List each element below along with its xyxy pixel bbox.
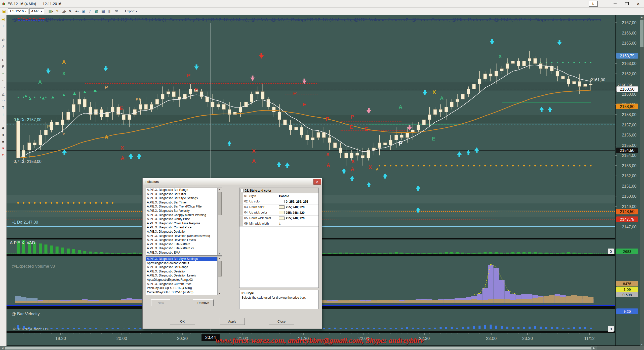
property-grid[interactable]: − 02. Style and color 01. StyleCandle02.… — [239, 188, 319, 288]
dialog-titlebar[interactable]: Indicators × — [143, 178, 322, 185]
property-value[interactable]: 255; 248; 220 — [278, 204, 318, 210]
applied-indicators-list[interactable]: A.P.E.X. Diagnostic Bar Style SettingsAp… — [146, 257, 222, 295]
applied-indicator-item[interactable]: ApexDiagnosticToolbarShortcut — [146, 261, 222, 265]
indicators-icon[interactable]: ƒ — [87, 8, 93, 14]
collapse-icon[interactable]: − — [240, 189, 244, 192]
scroll-up-icon[interactable]: ▲ — [218, 257, 222, 259]
export-menu[interactable]: Export ▾ — [123, 9, 139, 13]
list-scrollbar[interactable]: ▲▼ — [217, 257, 222, 295]
pointer-tool-icon[interactable]: ▣ — [1, 16, 6, 22]
extension-tool-icon[interactable]: E — [1, 63, 6, 70]
text-tool-icon[interactable]: T — [1, 104, 6, 111]
applied-indicator-item[interactable]: A.P.E.X. Diagnostic Bar Style Settings — [146, 257, 222, 261]
property-value[interactable]: Candle — [278, 193, 318, 199]
applied-indicator-item[interactable]: A.P.E.X. Diagnostic Deviation — [146, 269, 222, 274]
ellipse-tool-icon[interactable]: ○ — [1, 77, 6, 84]
grid-icon[interactable]: ▦ — [100, 8, 106, 14]
applied-indicator-item[interactable]: A.P.E.X. Diagnostic Bar Range — [146, 265, 222, 269]
property-row[interactable]: 02. Up color0; 255; 255; 255 — [239, 199, 318, 204]
property-value[interactable]: 0; 255; 255; 255 — [278, 199, 318, 204]
scroll-up-icon[interactable]: ▲ — [640, 15, 644, 19]
property-category[interactable]: − 02. Style and color — [239, 188, 318, 193]
down-arrow-tool-icon[interactable]: ↓ — [1, 118, 6, 124]
list-scrollbar[interactable]: ▲▼ — [217, 188, 222, 255]
trend-line-tool-icon[interactable]: ↗ — [1, 43, 6, 50]
indicator-list-item[interactable]: A.P.E.X. Diagnostic EMA — [146, 251, 222, 255]
scroll-down-icon[interactable]: ▼ — [640, 343, 644, 346]
pencil-tool-icon[interactable]: ✎ — [54, 8, 60, 14]
square-tool-icon[interactable]: ■ — [1, 138, 6, 145]
scroll-thumb[interactable] — [218, 261, 222, 276]
applied-indicator-item[interactable]: PriorDayOHLC(ES 12-16 (4 Min)) — [146, 286, 222, 290]
instrument-selector[interactable]: ES 12-16 ▾ — [8, 8, 28, 14]
crosshair-tool-icon[interactable]: + — [1, 22, 6, 29]
indicator-list-item[interactable]: A.P.E.X. Diagnostic Current Price — [146, 225, 222, 230]
zones-icon[interactable]: ▩ — [94, 8, 100, 14]
indicator-list-item[interactable]: A.P.E.X. Diagnostic Bar Style Settings — [146, 196, 222, 200]
indicator-list-item[interactable]: A.P.E.X. Diagnostic Elite Pattern v2 — [146, 246, 222, 251]
indicator-list-item[interactable]: A.P.E.X. Diagnostic Bar Velocity — [146, 209, 222, 213]
cursor-tool-icon[interactable]: ↖ — [67, 8, 73, 14]
remove-button[interactable]: Remove — [193, 299, 214, 306]
crosshair-tool-icon[interactable]: +▾ — [74, 8, 80, 14]
indicator-list-item[interactable]: A.P.E.X. Diagnostic Bar Range — [146, 188, 222, 192]
indicator-list-item[interactable]: A.P.E.X. Diagnostic Deviation — [146, 230, 222, 234]
minimize-button[interactable] — [609, 0, 621, 7]
levels-tool-icon[interactable]: ≡ — [1, 70, 6, 77]
property-row[interactable]: 01. StyleCandle — [239, 193, 318, 199]
remove-draw-tool-icon[interactable]: ⊘ — [1, 152, 6, 158]
indicator-list-item[interactable]: A.P.E.X. Diagnostic Bar Trend/Chop Filte… — [146, 204, 222, 209]
property-value[interactable]: 255; 248; 220 — [278, 210, 318, 215]
dialog-close-button[interactable]: × — [313, 179, 321, 185]
horizontal-scroll-thumb[interactable] — [5, 346, 591, 350]
restore-button[interactable] — [621, 0, 632, 7]
applied-indicator-item[interactable]: CurrentDayOHL(ES 12-16 (4 Min)) — [146, 290, 222, 295]
horizontal-line-tool-icon[interactable]: ─ — [1, 29, 6, 36]
triangle-tool-icon[interactable]: △ — [1, 90, 6, 97]
scroll-up-icon[interactable]: ▲ — [218, 188, 222, 190]
scroll-left-icon[interactable]: ◀ — [0, 346, 5, 350]
horizontal-scrollbar[interactable]: ◀ ▶ — [0, 346, 644, 350]
chart-canvas[interactable]: AXAPEPEPEPPEEAPEXAXAXAXAXAXAXP EAPPA.P.E… — [7, 15, 644, 350]
close-button[interactable]: × — [632, 0, 644, 7]
scroll-right-icon[interactable]: ▶ — [592, 346, 597, 350]
indicator-list-item[interactable]: A.P.E.X. Diagnostic Bar Sizer — [146, 192, 222, 196]
scroll-down-icon[interactable]: ▼ — [218, 253, 222, 255]
title-bar[interactable]: ES 12-16 (4 Min) 12.11.2016 L × — [0, 0, 644, 8]
panels-icon[interactable]: ◫ — [107, 8, 113, 14]
arc-tool-icon[interactable]: ◠ — [1, 97, 6, 104]
ok-button[interactable]: OK — [170, 318, 195, 325]
link-button[interactable]: L — [589, 1, 598, 7]
property-row[interactable]: 05. Down wick color255; 248; 220 — [239, 216, 318, 221]
close-button[interactable]: Close — [269, 318, 294, 325]
vertical-line-tool-icon[interactable]: │ — [1, 50, 6, 56]
property-row[interactable]: 03. Down color255; 248; 220 — [239, 204, 318, 210]
bar-type-icon[interactable]: ▥▾ — [48, 8, 54, 14]
applied-indicator-item[interactable]: ApexDiagnosticExpectedRange03 — [146, 278, 222, 282]
vertical-scroll-thumb[interactable] — [640, 20, 643, 47]
apply-button[interactable]: Apply — [220, 318, 245, 325]
property-value[interactable]: 1 — [278, 221, 318, 226]
mail-icon[interactable]: ✉ — [113, 8, 119, 14]
eraser-tool-icon[interactable]: ◪▾ — [61, 8, 67, 14]
rectangle-tool-icon[interactable]: ▭ — [1, 84, 6, 90]
fibonacci-tool-icon[interactable]: F — [1, 56, 6, 63]
property-row[interactable]: 04. Up wick color255; 248; 220 — [239, 210, 318, 216]
indicator-list-item[interactable]: A.P.E.X. Diagnostic Bar Timer — [146, 200, 222, 205]
applied-indicator-item[interactable]: A.P.E.X. Diagnostic Current Price — [146, 282, 222, 286]
flag-tool-icon[interactable]: ▼ — [1, 145, 6, 152]
property-value[interactable]: 255; 248; 220 — [278, 216, 318, 221]
arrow-line-tool-icon[interactable]: ⇄ — [1, 36, 6, 43]
workspace-icon[interactable]: ▣ — [1, 8, 7, 14]
applied-indicator-item[interactable]: A.P.E.X. Diagnostic Deviation Levels — [146, 273, 222, 278]
snap-mode-icon[interactable]: ◉ — [80, 8, 87, 14]
price-axis[interactable]: 2167,002166,002165,002163,002162,002160,… — [608, 15, 644, 345]
dot-tool-icon[interactable]: ● — [1, 131, 6, 138]
new-button[interactable]: New — [151, 299, 170, 306]
scroll-down-icon[interactable]: ▼ — [218, 293, 222, 295]
available-indicators-list[interactable]: A.P.E.X. Diagnostic Bar RangeA.P.E.X. Di… — [146, 188, 222, 256]
scroll-thumb[interactable] — [218, 192, 222, 215]
indicator-list-item[interactable]: A.P.E.X. Diagnostic Clarity Price — [146, 217, 222, 221]
indicator-list-item[interactable]: A.P.E.X. Diagnostic Elite Pattern — [146, 242, 222, 247]
diamond-tool-icon[interactable]: ◆ — [1, 124, 6, 131]
